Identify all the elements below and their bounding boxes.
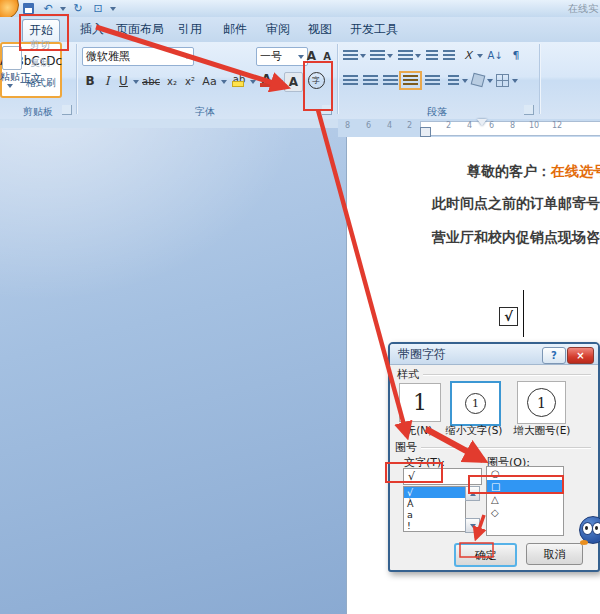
- font-name-combo[interactable]: 微软雅黑: [82, 47, 194, 66]
- tab-insert[interactable]: 插入: [74, 19, 110, 40]
- clipboard-dialog-launcher[interactable]: [62, 105, 72, 115]
- highlight-button[interactable]: ab: [230, 70, 248, 88]
- style-option-shrink-text[interactable]: 1: [450, 381, 501, 426]
- decrease-indent-button[interactable]: [424, 46, 440, 64]
- character-shading-button[interactable]: A: [284, 72, 303, 92]
- asian-layout-dropdown-icon[interactable]: [477, 54, 483, 58]
- text-list[interactable]: √ À a !: [403, 486, 466, 532]
- document-text-line[interactable]: 此时间点之前的订单邮寄号卡。: [432, 195, 600, 213]
- scroll-down-icon[interactable]: [465, 518, 480, 533]
- cut-button[interactable]: 剪切: [30, 38, 50, 52]
- redo-icon[interactable]: ↻: [70, 2, 86, 16]
- numbering-button[interactable]: [368, 46, 386, 64]
- align-center-button[interactable]: [361, 71, 379, 89]
- style-option-enlarge-circle[interactable]: 1: [517, 381, 566, 424]
- document-text-line[interactable]: 尊敬的客户：在线选号服务: [467, 163, 600, 181]
- list-item[interactable]: ◇: [487, 506, 563, 519]
- undo-dropdown-icon[interactable]: [60, 7, 66, 11]
- style-option-none[interactable]: 1: [399, 383, 441, 422]
- style-enlarge-glyph: 1: [527, 388, 556, 417]
- first-line-indent-marker[interactable]: [477, 119, 487, 126]
- list-item[interactable]: !: [404, 520, 465, 531]
- tab-review[interactable]: 审阅: [260, 19, 296, 40]
- show-hide-marks-button[interactable]: ¶: [508, 46, 524, 64]
- ok-button[interactable]: 确定: [454, 543, 517, 567]
- paste-button[interactable]: 粘贴: [0, 70, 20, 84]
- tab-page-layout[interactable]: 页面布局: [110, 19, 170, 40]
- ruler-number: 2: [446, 121, 451, 130]
- shrink-font-button[interactable]: A: [320, 47, 334, 65]
- strikethrough-button[interactable]: abc: [140, 72, 162, 90]
- word-window: ↶ ↻ ⊡ 在线实 开始 插入 页面布局 引用 邮件 审阅 视图 开发工具 粘贴…: [0, 0, 600, 614]
- list-item[interactable]: △: [487, 493, 563, 506]
- style-section-label: 样式: [397, 367, 419, 382]
- cancel-button[interactable]: 取消: [526, 543, 583, 565]
- increase-indent-button[interactable]: [441, 46, 457, 64]
- link-text[interactable]: 在线选号服务: [551, 163, 600, 179]
- grow-font-button[interactable]: A: [304, 47, 319, 65]
- copy-button[interactable]: 复制: [30, 56, 50, 70]
- desktop-pet[interactable]: [579, 512, 600, 546]
- line-spacing-button[interactable]: [445, 71, 461, 89]
- left-indent-marker[interactable]: [420, 127, 431, 137]
- line-spacing-dropdown-icon[interactable]: [462, 79, 468, 83]
- enclose-characters-button[interactable]: 字: [305, 71, 327, 89]
- borders-button[interactable]: [495, 71, 510, 89]
- paste-icon[interactable]: [2, 46, 22, 70]
- superscript-button[interactable]: x²: [182, 72, 198, 90]
- text-input[interactable]: √: [403, 468, 482, 485]
- paragraph-group-label: 段落: [407, 105, 467, 119]
- font-dialog-launcher[interactable]: [322, 105, 332, 115]
- underline-dropdown-icon[interactable]: [133, 80, 139, 84]
- numbering-dropdown-icon[interactable]: [387, 54, 393, 58]
- list-item[interactable]: √: [404, 487, 465, 498]
- tab-view[interactable]: 视图: [302, 19, 338, 40]
- font-color-dropdown-icon[interactable]: [277, 80, 283, 84]
- enclose-characters-icon: 字: [308, 72, 325, 89]
- distribute-button[interactable]: [423, 71, 441, 89]
- justify-button[interactable]: [401, 71, 419, 89]
- tab-developer[interactable]: 开发工具: [344, 19, 404, 40]
- enclosed-character-preview: √: [499, 307, 518, 326]
- font-color-button[interactable]: A: [258, 70, 275, 88]
- shading-dropdown-icon[interactable]: [487, 79, 493, 83]
- asian-layout-button[interactable]: X: [460, 46, 476, 64]
- underline-button[interactable]: U: [116, 72, 131, 90]
- circle-list[interactable]: ○ □ △ ◇: [486, 466, 564, 536]
- list-item[interactable]: □: [487, 480, 563, 493]
- borders-dropdown-icon[interactable]: [512, 79, 518, 83]
- undo-icon[interactable]: ↶: [40, 2, 56, 16]
- align-right-button[interactable]: [381, 71, 399, 89]
- bullets-button[interactable]: [341, 46, 359, 64]
- format-painter-button[interactable]: 格式刷: [26, 76, 56, 90]
- paste-dropdown-icon[interactable]: [7, 84, 13, 88]
- change-case-button[interactable]: Aa: [200, 72, 219, 90]
- paragraph-dialog-launcher[interactable]: [524, 105, 534, 115]
- multilevel-list-button[interactable]: [396, 46, 414, 64]
- list-item[interactable]: ○: [487, 467, 563, 480]
- save-icon[interactable]: [20, 2, 36, 16]
- subscript-button[interactable]: x₂: [164, 72, 180, 90]
- align-left-button[interactable]: [341, 71, 359, 89]
- sort-button[interactable]: A↓: [486, 46, 504, 64]
- list-item[interactable]: a: [404, 509, 465, 520]
- scroll-up-icon[interactable]: [465, 486, 480, 501]
- bullets-dropdown-icon[interactable]: [360, 54, 366, 58]
- multilevel-dropdown-icon[interactable]: [415, 54, 421, 58]
- change-case-dropdown-icon[interactable]: [221, 80, 227, 84]
- dialog-help-button[interactable]: ?: [542, 347, 566, 364]
- highlight-dropdown-icon[interactable]: [250, 80, 256, 84]
- dialog-close-button[interactable]: ×: [567, 347, 594, 364]
- ruler-number: 6: [489, 121, 494, 130]
- list-item[interactable]: À: [404, 498, 465, 509]
- qat-customize-icon[interactable]: [110, 7, 116, 11]
- print-preview-icon[interactable]: ⊡: [90, 2, 106, 16]
- tab-references[interactable]: 引用: [172, 19, 208, 40]
- font-size-combo[interactable]: 一号: [256, 47, 308, 66]
- bold-button[interactable]: B: [82, 72, 98, 90]
- italic-button[interactable]: I: [100, 72, 114, 90]
- shading-bucket-icon[interactable]: [470, 71, 485, 89]
- document-text-line[interactable]: 营业厅和校内促销点现场咨询办: [432, 229, 600, 247]
- ruler-number: 8: [510, 121, 515, 130]
- tab-mailings[interactable]: 邮件: [217, 19, 253, 40]
